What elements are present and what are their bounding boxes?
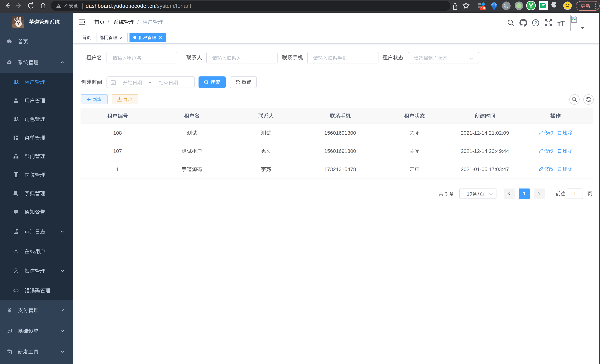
svg-text:⌘: ⌘ xyxy=(504,3,509,9)
svg-text:?: ? xyxy=(534,20,537,25)
